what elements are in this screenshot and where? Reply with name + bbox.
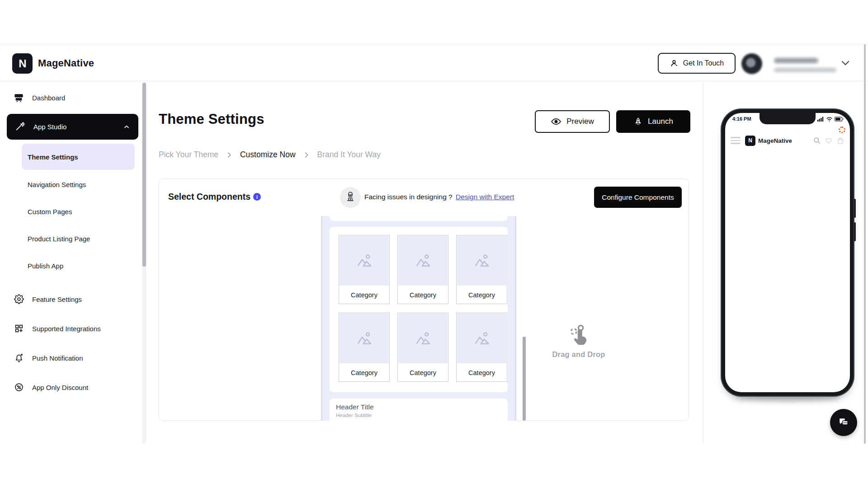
magenative-admin: N MageNative Get In Touch Dashboard — [0, 0, 868, 488]
sidebar-item-supported-integrations[interactable]: Supported Integrations — [0, 319, 136, 338]
image-placeholder-icon — [457, 236, 506, 286]
avatar — [741, 53, 762, 74]
header-component-section[interactable]: Header Title Header Subtitle — [330, 399, 508, 421]
configure-components-label: Configure Components — [602, 193, 674, 202]
sidebar-item-label: Push Notification — [32, 354, 83, 362]
sidebar-item-feature-settings[interactable]: Feature Settings — [0, 290, 136, 308]
phone-status-icons — [817, 117, 844, 122]
chevron-down-icon[interactable] — [839, 56, 852, 69]
breadcrumb-pick-your-theme[interactable]: Pick Your Theme — [159, 150, 218, 160]
bell-plus-icon — [14, 353, 24, 363]
sidebar-item-publish-app[interactable]: Publish App — [22, 256, 135, 275]
category-grid: Category Category Category — [339, 235, 499, 382]
phone-status-time: 4:16 PM — [732, 116, 751, 122]
sidebar-item-push-notification[interactable]: Push Notification — [0, 349, 136, 367]
category-card[interactable]: Category — [397, 235, 448, 304]
category-section[interactable]: Category Category Category — [330, 227, 508, 392]
content-divider — [703, 82, 703, 444]
phone-side-button — [854, 199, 856, 218]
bag-icon — [836, 136, 844, 145]
page-title: Theme Settings — [159, 111, 264, 127]
phone-brand-logo: N — [745, 136, 755, 146]
category-card[interactable]: Category — [339, 313, 390, 382]
hamburger-menu-icon — [731, 137, 741, 144]
chat-bubbles-icon — [837, 416, 850, 429]
sidebar-scrollbar-thumb[interactable] — [142, 83, 146, 267]
person-icon — [670, 59, 679, 68]
sidebar-item-label: Publish App — [28, 262, 63, 270]
sidebar-item-label: Dashboard — [32, 94, 65, 102]
category-card[interactable]: Category — [339, 235, 390, 304]
preview-section-container: Category Category Category — [321, 216, 516, 421]
wifi-icon — [826, 117, 833, 122]
category-card[interactable]: Category — [456, 313, 507, 382]
storefront-icon — [14, 93, 24, 103]
phone-app-bar: N MageNative — [725, 130, 850, 151]
rocket-icon — [633, 117, 643, 127]
brand-name: MageNative — [38, 57, 94, 69]
preview-scrollbar-thumb[interactable] — [523, 337, 526, 421]
sidebar-item-label: Custom Pages — [28, 208, 72, 216]
phone-notch — [760, 113, 816, 124]
sidebar-item-custom-pages[interactable]: Custom Pages — [22, 202, 135, 221]
facing-issues-text: Facing issues in designing ? — [364, 193, 453, 201]
sidebar-item-dashboard[interactable]: Dashboard — [0, 89, 136, 107]
category-card[interactable]: Category — [456, 235, 507, 304]
info-icon[interactable]: i — [253, 193, 261, 201]
category-label: Category — [398, 286, 448, 304]
tap-drag-icon — [567, 323, 590, 347]
magic-wand-icon — [15, 122, 25, 132]
grid-plus-icon — [14, 324, 24, 334]
chat-widget-button[interactable] — [830, 409, 857, 436]
phone-brand-name: MageNative — [758, 137, 792, 144]
sidebar-item-label: Supported Integrations — [32, 325, 101, 333]
category-label: Category — [457, 286, 507, 304]
drag-and-drop-label: Drag and Drop — [552, 350, 605, 359]
category-label: Category — [398, 364, 448, 381]
sidebar-item-theme-settings[interactable]: Theme Settings — [22, 144, 135, 170]
page-scrollbar[interactable] — [864, 44, 866, 444]
heart-icon — [825, 136, 833, 145]
configure-components-button[interactable]: Configure Components — [594, 187, 682, 208]
sidebar-item-product-listing-page[interactable]: Product Listing Page — [22, 229, 135, 248]
launch-label: Launch — [648, 117, 673, 126]
breadcrumb-customize-now[interactable]: Customize Now — [240, 150, 296, 160]
top-header — [0, 44, 868, 81]
brand-logo-glyph: N — [19, 57, 26, 70]
user-menu[interactable] — [741, 50, 854, 78]
user-subtitle-blurred — [774, 68, 836, 72]
preview-label: Preview — [566, 117, 594, 126]
chevron-up-icon — [123, 123, 130, 131]
sidebar-item-label: Theme Settings — [28, 153, 78, 161]
sidebar-item-label: Product Listing Page — [28, 235, 90, 243]
designer-avatar-icon — [340, 187, 361, 208]
brand-logo[interactable]: N — [12, 53, 33, 74]
loading-spinner-icon — [839, 127, 845, 133]
battery-icon — [835, 117, 844, 122]
category-card[interactable]: Category — [397, 313, 448, 382]
breadcrumb-brand-it-your-way[interactable]: Brand It Your Way — [317, 150, 381, 160]
get-in-touch-button[interactable]: Get In Touch — [658, 53, 736, 74]
sidebar-item-navigation-settings[interactable]: Navigation Settings — [22, 175, 135, 194]
select-components-title: Select Components — [168, 192, 250, 202]
header-title-text: Header Title — [336, 403, 501, 411]
image-placeholder-icon — [398, 314, 448, 363]
sidebar-item-app-studio[interactable]: App Studio — [7, 114, 138, 140]
theme-preview-canvas: Category Category Category — [321, 216, 516, 421]
signal-icon — [817, 117, 824, 122]
drag-and-drop-zone[interactable]: Drag and Drop — [545, 323, 613, 373]
launch-button[interactable]: Launch — [616, 110, 690, 133]
sidebar-item-label: Navigation Settings — [28, 181, 86, 188]
category-label: Category — [457, 364, 507, 381]
design-with-expert-link[interactable]: Design with Expert — [456, 193, 514, 201]
sidebar-item-label: App Only Discount — [32, 384, 88, 391]
image-placeholder-icon — [340, 314, 389, 363]
image-placeholder-icon — [340, 236, 389, 286]
chevron-right-icon — [226, 151, 233, 159]
breadcrumb: Pick Your Theme Customize Now Brand It Y… — [159, 150, 381, 160]
image-placeholder-icon — [457, 314, 506, 363]
user-name-blurred — [774, 58, 818, 63]
preview-button[interactable]: Preview — [535, 110, 610, 133]
gear-icon — [14, 294, 24, 305]
sidebar-item-app-only-discount[interactable]: App Only Discount — [0, 378, 136, 396]
